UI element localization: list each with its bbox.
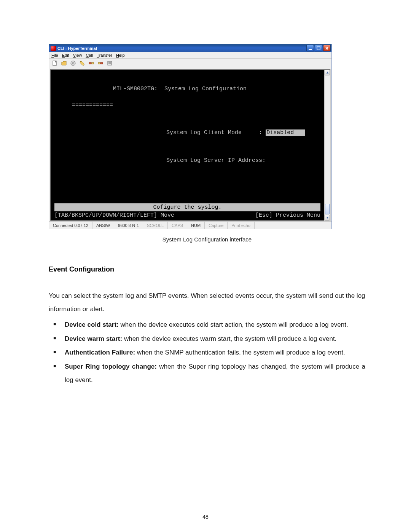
event-list: Device cold start: when the device execu… <box>49 318 365 387</box>
hyperterminal-window: CLI - HyperTerminal File Edit View Call … <box>49 44 332 229</box>
list-item: Super Ring topology change: when the Sup… <box>65 360 365 387</box>
menu-file[interactable]: File <box>51 53 58 58</box>
menu-view[interactable]: View <box>73 53 82 58</box>
figure-caption: System Log Configuration interface <box>49 236 365 243</box>
send-button[interactable] <box>97 60 104 67</box>
toolbar <box>49 59 331 68</box>
terminal-device-name: MIL-SM8002TG: <box>113 86 158 92</box>
menu-call[interactable]: Call <box>86 53 93 58</box>
intro-paragraph: You can select the system log and SMTP e… <box>49 289 365 316</box>
syslog-client-mode-label: System Log Client Mode <box>166 129 242 136</box>
status-scroll: SCROLL <box>143 222 168 229</box>
event-auth-failure-text: when the SNMP authentication fails, the … <box>135 349 345 356</box>
syslog-server-ip-label: System Log Server IP Address: <box>166 157 266 164</box>
svg-rect-0 <box>309 49 312 50</box>
status-printecho: Print echo <box>228 222 255 229</box>
app-icon <box>51 46 56 51</box>
page-number: 48 <box>0 514 411 520</box>
field-separator: : <box>259 129 262 136</box>
svg-rect-9 <box>92 62 94 64</box>
scrollbar-vertical[interactable] <box>324 70 330 220</box>
client-area: MIL-SM8002TG: System Log Configuration =… <box>49 68 331 221</box>
status-caps: CAPS <box>168 222 187 229</box>
event-auth-failure-bold: Authentication Failure: <box>65 349 135 356</box>
menu-help[interactable]: Help <box>116 53 125 58</box>
list-item: Device warm start: when the device execu… <box>65 332 365 346</box>
event-super-ring-bold: Super Ring topology change: <box>65 363 157 370</box>
minimize-icon <box>308 46 312 50</box>
svg-point-7 <box>72 62 74 64</box>
scroll-track[interactable] <box>325 75 330 215</box>
list-item: Authentication Failure: when the SNMP au… <box>65 346 365 359</box>
terminal-nav-hint-left: [TAB/BKSPC/UP/DOWN/RIGHT/LEFT] Move <box>54 211 174 220</box>
svg-rect-11 <box>100 62 103 64</box>
hangup-left-icon <box>89 61 94 66</box>
maximize-button[interactable] <box>315 45 322 51</box>
titlebar: CLI - HyperTerminal <box>49 44 331 52</box>
event-cold-start-text: when the device executes cold start acti… <box>119 321 348 328</box>
properties-button[interactable] <box>106 60 113 67</box>
hangup-right-icon <box>98 61 103 66</box>
close-icon <box>325 46 329 50</box>
terminal-hint-bar: Cofigure the syslog. <box>54 203 320 212</box>
scroll-down-button[interactable] <box>325 215 330 220</box>
chevron-up-icon <box>326 71 329 74</box>
phone-icon <box>80 61 85 66</box>
svg-rect-1 <box>317 47 320 50</box>
menu-transfer[interactable]: Transfer <box>97 53 112 58</box>
open-button[interactable] <box>61 60 67 67</box>
list-item: Device cold start: when the device execu… <box>65 318 365 332</box>
scroll-up-button[interactable] <box>325 70 330 75</box>
open-folder-icon <box>61 61 67 66</box>
svg-rect-12 <box>108 61 112 65</box>
terminal-nav-hint-right: [Esc] Previous Menu <box>255 211 320 220</box>
menu-edit[interactable]: Edit <box>62 53 69 58</box>
svg-marker-16 <box>326 217 328 219</box>
event-warm-start-text: when the device executes warm start, the… <box>122 335 336 342</box>
status-serial: 9600 8-N-1 <box>114 222 143 229</box>
event-cold-start-bold: Device cold start: <box>65 321 119 328</box>
svg-marker-5 <box>62 61 66 65</box>
terminal-underline: ============ <box>72 101 320 110</box>
status-capture: Capture <box>205 222 228 229</box>
new-file-button[interactable] <box>51 60 58 67</box>
scroll-thumb[interactable] <box>325 204 330 214</box>
section-heading: Event Configuration <box>49 265 365 273</box>
syslog-client-mode-value[interactable]: Disabled <box>266 129 305 136</box>
maximize-icon <box>317 46 320 50</box>
close-button[interactable] <box>323 45 331 51</box>
call-button[interactable] <box>79 60 86 67</box>
status-emulation: ANSIW <box>92 222 114 229</box>
terminal-screen[interactable]: MIL-SM8002TG: System Log Configuration =… <box>51 70 324 220</box>
disconnect-button[interactable] <box>88 60 95 67</box>
menubar: File Edit View Call Transfer Help <box>49 52 331 59</box>
save-button[interactable] <box>70 60 76 67</box>
properties-icon <box>107 61 112 66</box>
disk-icon <box>70 61 76 66</box>
statusbar: Connected 0:07:12 ANSIW 9600 8-N-1 SCROL… <box>49 221 331 229</box>
event-warm-start-bold: Device warm start: <box>65 335 122 342</box>
terminal-screen-title: System Log Configuration <box>164 86 247 92</box>
svg-rect-10 <box>98 62 100 64</box>
window-title: CLI - HyperTerminal <box>57 46 97 51</box>
status-connected: Connected 0:07:12 <box>49 222 92 229</box>
minimize-button[interactable] <box>306 45 314 51</box>
status-num: NUM <box>187 222 205 229</box>
new-file-icon <box>52 61 57 66</box>
svg-marker-15 <box>326 72 328 73</box>
svg-rect-8 <box>89 62 91 64</box>
chevron-down-icon <box>326 216 329 219</box>
